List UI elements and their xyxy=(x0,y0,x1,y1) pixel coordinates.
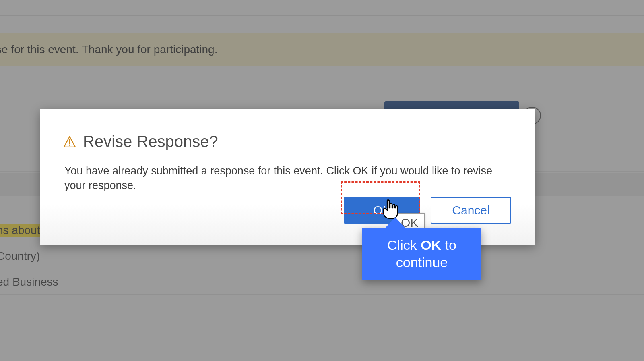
callout-arrow-icon xyxy=(385,217,406,228)
svg-point-2 xyxy=(69,144,70,145)
cancel-button[interactable]: Cancel xyxy=(431,197,511,224)
revise-response-dialog: Revise Response? You have already submit… xyxy=(40,109,535,245)
dialog-header: Revise Response? xyxy=(40,109,535,151)
dialog-title: Revise Response? xyxy=(83,133,218,151)
cancel-button-label: Cancel xyxy=(452,203,489,217)
dialog-body-text: You have already submitted a response fo… xyxy=(40,151,535,193)
dialog-footer: OK Cancel xyxy=(344,197,511,224)
callout-text-pre: Click xyxy=(387,237,421,253)
warning-icon xyxy=(64,136,76,147)
tutorial-callout: Click OK to continue xyxy=(362,228,481,280)
callout-text-bold: OK xyxy=(421,237,441,253)
ok-button-label: OK xyxy=(373,203,390,217)
